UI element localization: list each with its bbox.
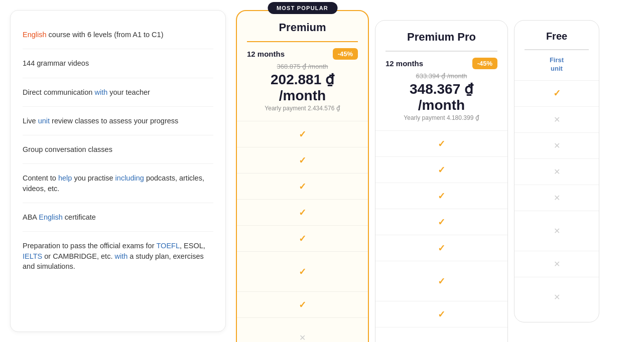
pro-feature-row-5: ✓ bbox=[375, 235, 507, 261]
premium-divider bbox=[247, 41, 358, 42]
feature-item-group-conversation: Group conversation classes bbox=[23, 135, 213, 164]
feature-item-grammar-videos: 144 grammar videos bbox=[23, 49, 213, 78]
pro-feature-row-4: ✓ bbox=[375, 209, 507, 235]
free-features: ✓ ✕ ✕ ✕ ✕ ✕ ✕ ✕ bbox=[514, 80, 599, 322]
feature-item-english-course: English course with 6 levels (from A1 to… bbox=[23, 21, 213, 49]
check-icon: ✓ bbox=[299, 155, 306, 166]
premium-current-price: 202.881 ₫ /month bbox=[247, 71, 358, 104]
free-feature-row-8: ✕ bbox=[514, 277, 599, 317]
feature-text-direct-communication: Direct communication with your teacher bbox=[23, 87, 150, 97]
cross-icon: ✕ bbox=[554, 141, 560, 150]
premium-billing-period: 12 months bbox=[247, 50, 285, 58]
pro-divider bbox=[385, 51, 497, 52]
free-feature-row-7: ✕ bbox=[514, 251, 599, 277]
feature-text-live-unit: Live unit review classes to assess your … bbox=[23, 116, 178, 126]
premium-yearly-payment: Yearly payment 2.434.576 ₫ bbox=[247, 105, 358, 112]
premium-title: Premium bbox=[247, 21, 358, 34]
pro-billing-period: 12 months bbox=[385, 59, 423, 68]
cross-icon: ✕ bbox=[554, 193, 560, 203]
check-icon: ✓ bbox=[438, 164, 445, 176]
feature-text-grammar-videos: 144 grammar videos bbox=[23, 58, 89, 68]
free-divider bbox=[525, 49, 589, 50]
check-icon: ✓ bbox=[299, 299, 306, 310]
cross-icon: ✕ bbox=[554, 292, 560, 302]
pro-feature-row-1: ✓ bbox=[375, 130, 507, 156]
free-feature-row-6: ✕ bbox=[514, 211, 599, 251]
feature-text-english-course: English course with 6 levels (from A1 to… bbox=[23, 30, 163, 40]
feature-item-direct-communication: Direct communication with your teacher bbox=[23, 78, 213, 107]
free-feature-row-1: ✓ bbox=[514, 80, 599, 106]
feature-text-aba-certificate: ABA English certificate bbox=[23, 212, 96, 222]
feature-item-preparation-exams: Preparation to pass the official exams f… bbox=[23, 232, 213, 280]
pro-billing-row: 12 months -45% bbox=[385, 58, 497, 69]
free-feature-row-3: ✕ bbox=[514, 132, 599, 158]
premium-features: ✓ ✓ ✓ ✓ ✓ ✓ ✓ ✕ bbox=[237, 121, 368, 342]
plan-card-free: Free Firstunit ✓ ✕ ✕ ✕ ✕ ✕ ✕ ✕ bbox=[514, 20, 599, 322]
feature-item-live-unit: Live unit review classes to assess your … bbox=[23, 107, 213, 135]
cross-icon: ✕ bbox=[554, 226, 560, 236]
pro-feature-row-8: ✓ bbox=[375, 327, 507, 342]
check-icon: ✓ bbox=[438, 309, 445, 320]
feature-item-aba-certificate: ABA English certificate bbox=[23, 203, 213, 232]
premium-header: Premium 12 months -45% 368.875 ₫ /month … bbox=[237, 11, 368, 121]
premium-discount-badge: -45% bbox=[333, 48, 358, 60]
feature-text-preparation-exams: Preparation to pass the official exams f… bbox=[23, 241, 213, 271]
check-icon: ✓ bbox=[299, 233, 306, 244]
pro-title: Premium Pro bbox=[385, 31, 497, 44]
pro-yearly-payment: Yearly payment 4.180.399 ₫ bbox=[385, 114, 497, 121]
premium-feature-row-6: ✓ bbox=[237, 251, 368, 291]
cross-icon: ✕ bbox=[299, 333, 306, 342]
premium-feature-row-7: ✓ bbox=[237, 291, 368, 317]
check-icon: ✓ bbox=[299, 207, 306, 218]
premium-feature-row-2: ✓ bbox=[237, 147, 368, 173]
plans-area: MOST POPULAR Premium 12 months -45% 368.… bbox=[236, 0, 644, 342]
pro-feature-row-2: ✓ bbox=[375, 156, 507, 183]
features-card: English course with 6 levels (from A1 to… bbox=[10, 10, 226, 332]
feature-text-group-conversation: Group conversation classes bbox=[23, 144, 112, 154]
free-first-unit-label: Firstunit bbox=[525, 56, 589, 73]
check-icon: ✓ bbox=[438, 243, 445, 254]
premium-feature-row-4: ✓ bbox=[237, 199, 368, 225]
feature-item-content-help: Content to help you practise including p… bbox=[23, 164, 213, 203]
premium-original-price: 368.875 ₫ /month bbox=[247, 63, 358, 70]
cross-icon: ✕ bbox=[554, 115, 560, 124]
check-icon: ✓ bbox=[438, 191, 445, 202]
check-icon: ✓ bbox=[553, 88, 561, 99]
check-icon: ✓ bbox=[299, 129, 306, 140]
premium-feature-row-1: ✓ bbox=[237, 121, 368, 147]
pro-header: Premium Pro 12 months -45% 633.394 ₫ /mo… bbox=[375, 21, 507, 130]
pro-discount-badge: -45% bbox=[472, 58, 497, 69]
plan-card-premium: MOST POPULAR Premium 12 months -45% 368.… bbox=[236, 10, 369, 342]
most-popular-badge: MOST POPULAR bbox=[268, 2, 337, 14]
free-feature-row-4: ✕ bbox=[514, 158, 599, 185]
check-icon: ✓ bbox=[299, 266, 306, 277]
premium-feature-row-5: ✓ bbox=[237, 225, 368, 251]
cross-icon: ✕ bbox=[554, 259, 560, 269]
feature-text-content-help: Content to help you practise including p… bbox=[23, 173, 213, 194]
pro-features: ✓ ✓ ✓ ✓ ✓ ✓ ✓ ✓ bbox=[375, 130, 507, 342]
premium-billing-row: 12 months -45% bbox=[247, 48, 358, 60]
check-icon: ✓ bbox=[438, 138, 445, 149]
premium-feature-row-3: ✓ bbox=[237, 173, 368, 199]
pro-original-price: 633.394 ₫ /month bbox=[385, 72, 497, 80]
pro-feature-row-7: ✓ bbox=[375, 301, 507, 327]
pro-current-price: 348.367 ₫ /month bbox=[385, 81, 497, 113]
cross-icon: ✕ bbox=[554, 167, 560, 177]
pro-feature-row-6: ✓ bbox=[375, 261, 507, 301]
plan-card-pro: Premium Pro 12 months -45% 633.394 ₫ /mo… bbox=[375, 20, 508, 342]
pricing-page: English course with 6 levels (from A1 to… bbox=[0, 0, 644, 342]
check-icon: ✓ bbox=[438, 276, 445, 287]
free-header: Free Firstunit bbox=[514, 21, 599, 80]
free-feature-row-2: ✕ bbox=[514, 106, 599, 132]
check-icon: ✓ bbox=[299, 181, 306, 192]
free-feature-row-5: ✕ bbox=[514, 185, 599, 211]
check-icon: ✓ bbox=[438, 217, 445, 228]
pro-feature-row-3: ✓ bbox=[375, 183, 507, 209]
free-title: Free bbox=[525, 31, 589, 42]
premium-feature-row-8: ✕ bbox=[237, 317, 368, 342]
features-column: English course with 6 levels (from A1 to… bbox=[0, 0, 236, 342]
